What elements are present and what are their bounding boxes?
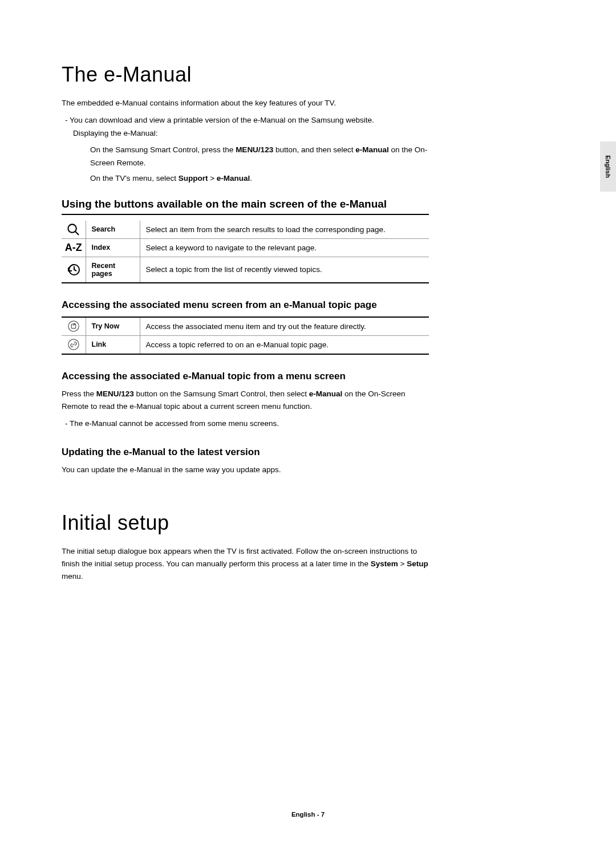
row-label: Link [86, 335, 140, 354]
para-initial-setup: The initial setup dialogue box appears w… [62, 545, 429, 583]
table-row: Search Select an item from the search re… [62, 221, 429, 239]
row-desc: Access a topic referred to on an e-Manua… [140, 335, 429, 354]
table-row: Link Access a topic referred to on an e-… [62, 335, 429, 354]
row-desc: Select an item from the search results t… [140, 221, 429, 239]
display-line: Displaying the e-Manual: [62, 127, 429, 140]
bullet-cannot-access: The e-Manual cannot be accessed from som… [62, 417, 429, 431]
table-topic-page: Try Now Access the associated menu item … [62, 317, 429, 355]
bullet-download: You can download and view a printable ve… [62, 114, 429, 127]
search-icon [62, 221, 86, 239]
table-main-buttons: Search Select an item from the search re… [62, 221, 429, 283]
para-associated-topic: Press the MENU/123 button on the Samsung… [62, 388, 429, 413]
row-label: Index [86, 238, 140, 257]
try-now-icon [62, 317, 86, 336]
table-row: Try Now Access the associated menu item … [62, 317, 429, 336]
heading-associated-menu: Accessing the associated menu screen fro… [62, 299, 429, 311]
section-title-emanual: The e-Manual [62, 63, 429, 87]
row-desc: Select a keyword to navigate to the rele… [140, 238, 429, 257]
index-icon: A-Z [62, 238, 86, 257]
link-icon [62, 335, 86, 354]
svg-point-0 [68, 224, 76, 232]
table-row: A-Z Index Select a keyword to navigate t… [62, 238, 429, 257]
row-label: Try Now [86, 317, 140, 336]
page-footer: English - 7 [291, 811, 325, 818]
table-row: Recent pages Select a topic from the lis… [62, 257, 429, 283]
row-label: Search [86, 221, 140, 239]
heading-associated-topic: Accessing the associated e-Manual topic … [62, 371, 429, 382]
page-content: The e-Manual The embedded e-Manual conta… [0, 0, 491, 583]
intro-text: The embedded e-Manual contains informati… [62, 97, 429, 109]
svg-line-1 [76, 232, 79, 235]
recent-icon [62, 257, 86, 283]
language-tab: English [600, 141, 616, 192]
deep-line-1: On the Samsung Smart Control, press the … [62, 144, 429, 170]
row-desc: Access the associated menu item and try … [140, 317, 429, 336]
row-label: Recent pages [86, 257, 140, 283]
section-title-initial-setup: Initial setup [62, 511, 429, 535]
language-tab-label: English [605, 155, 611, 178]
para-updating: You can update the e-Manual in the same … [62, 464, 429, 476]
deep-line-2: On the TV's menu, select Support > e-Man… [62, 172, 429, 185]
row-desc: Select a topic from the list of recently… [140, 257, 429, 283]
heading-main-buttons: Using the buttons available on the main … [62, 198, 429, 215]
heading-updating: Updating the e-Manual to the latest vers… [62, 447, 429, 458]
svg-point-3 [68, 321, 79, 331]
